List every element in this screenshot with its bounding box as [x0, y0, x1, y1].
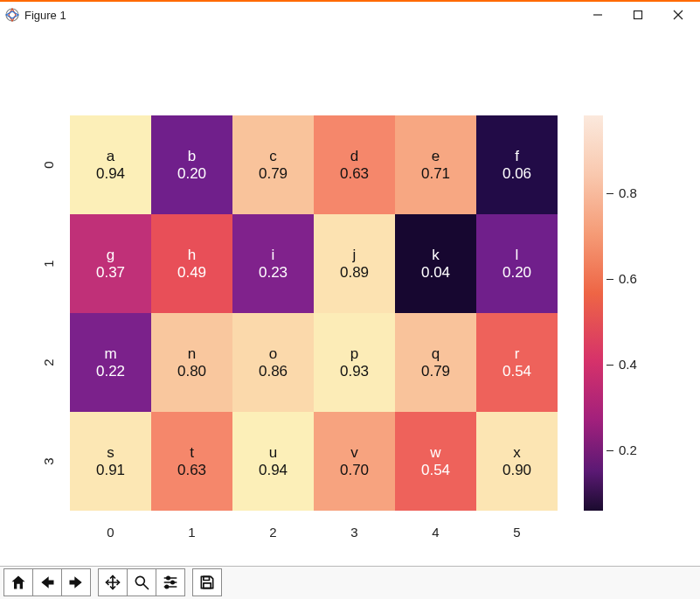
- cell-value: 0.63: [340, 165, 369, 183]
- svg-line-8: [144, 585, 149, 589]
- heatmap-cell: w0.54: [395, 412, 476, 511]
- cell-value: 0.94: [96, 165, 125, 183]
- heatmap-cell: h0.49: [151, 214, 232, 313]
- heatmap-cell: x0.90: [476, 412, 558, 511]
- cell-label: b: [188, 148, 196, 165]
- heatmap-cell: d0.63: [314, 115, 395, 214]
- cell-value: 0.22: [96, 363, 125, 380]
- cell-label: s: [107, 444, 114, 462]
- cell-value: 0.23: [259, 264, 288, 282]
- heatmap-cell: c0.79: [232, 115, 314, 214]
- cell-label: a: [107, 148, 114, 165]
- cell-label: n: [188, 345, 196, 363]
- y-tick: 3: [41, 449, 56, 475]
- heatmap-cell: b0.20: [151, 115, 232, 214]
- cell-value: 0.54: [421, 462, 450, 479]
- cell-value: 0.93: [340, 363, 369, 380]
- cell-label: j: [353, 247, 357, 264]
- figure-canvas[interactable]: 0 1 2 3 a0.94b0.20c0.79d0.63e0.71f0.06g0…: [0, 28, 700, 566]
- x-tick: 5: [476, 525, 558, 540]
- y-tick: 0: [41, 152, 56, 178]
- cell-label: r: [515, 345, 520, 363]
- cell-label: q: [432, 345, 440, 363]
- cell-label: p: [350, 345, 358, 363]
- close-button[interactable]: [658, 2, 698, 28]
- cell-value: 0.54: [502, 363, 531, 380]
- back-button[interactable]: [32, 568, 62, 596]
- heatmap-cell: f0.06: [476, 115, 558, 214]
- heatmap-cell: u0.94: [232, 412, 314, 511]
- heatmap-cell: g0.37: [70, 214, 151, 313]
- x-tick: 0: [70, 525, 151, 540]
- cell-label: g: [107, 247, 114, 264]
- cell-value: 0.79: [421, 363, 450, 380]
- nav-toolbar: [0, 566, 700, 599]
- heatmap-plot: 0 1 2 3 a0.94b0.20c0.79d0.63e0.71f0.06g0…: [52, 98, 664, 553]
- x-tick: 4: [395, 525, 476, 540]
- heatmap-cell: m0.22: [70, 313, 151, 412]
- x-tick: 2: [232, 525, 314, 540]
- x-tick: 1: [151, 525, 232, 540]
- cell-label: x: [513, 444, 521, 462]
- cell-value: 0.91: [96, 462, 125, 479]
- cell-value: 0.70: [340, 462, 369, 479]
- cell-label: w: [430, 444, 440, 462]
- minimize-button[interactable]: [578, 2, 618, 28]
- cell-value: 0.79: [259, 165, 288, 183]
- heatmap-cell: q0.79: [395, 313, 476, 412]
- heatmap-cell: j0.89: [314, 214, 395, 313]
- titlebar: Figure 1: [0, 2, 700, 28]
- app-icon: [5, 8, 19, 22]
- cell-label: f: [515, 148, 519, 165]
- cell-value: 0.20: [177, 165, 206, 183]
- cell-value: 0.89: [340, 264, 369, 282]
- cell-value: 0.86: [259, 363, 288, 380]
- forward-button[interactable]: [61, 568, 91, 596]
- heatmap-cell: i0.23: [232, 214, 314, 313]
- heatmap-cell: s0.91: [70, 412, 151, 511]
- window-frame: Figure 1 0 1 2 3 a0.94b0.20c0.79d0.63e0.…: [0, 0, 700, 599]
- save-button[interactable]: [192, 568, 222, 596]
- heatmap-cell: a0.94: [70, 115, 151, 214]
- cell-label: c: [269, 148, 277, 165]
- cell-label: l: [516, 247, 519, 264]
- zoom-button[interactable]: [127, 568, 156, 596]
- y-tick: 2: [41, 350, 56, 376]
- configure-subplots-button[interactable]: [156, 568, 185, 596]
- heatmap-cell: k0.04: [395, 214, 476, 313]
- cell-value: 0.71: [421, 165, 450, 183]
- window-title: Figure 1: [24, 9, 66, 22]
- cell-label: h: [188, 247, 196, 264]
- heatmap-cell: t0.63: [151, 412, 232, 511]
- colorbar-tick: 0.4: [606, 357, 637, 372]
- cell-value: 0.49: [177, 264, 206, 282]
- cell-label: o: [269, 345, 277, 363]
- heatmap-cell: e0.71: [395, 115, 476, 214]
- colorbar-tick: 0.2: [606, 442, 637, 457]
- cell-value: 0.90: [502, 462, 531, 479]
- cell-value: 0.06: [502, 165, 531, 183]
- heatmap-cell: r0.54: [476, 313, 558, 412]
- heatmap-cell: v0.70: [314, 412, 395, 511]
- cell-label: d: [350, 148, 358, 165]
- x-tick: 3: [314, 525, 395, 540]
- cell-label: m: [104, 345, 116, 363]
- maximize-button[interactable]: [618, 2, 658, 28]
- svg-point-7: [135, 576, 144, 585]
- heatmap-cell: o0.86: [232, 313, 314, 412]
- cell-value: 0.94: [259, 462, 288, 479]
- pan-button[interactable]: [98, 568, 128, 596]
- cell-value: 0.80: [177, 363, 206, 380]
- cell-label: u: [269, 444, 277, 462]
- cell-label: i: [272, 247, 275, 264]
- cell-value: 0.04: [421, 264, 450, 282]
- cell-label: v: [350, 444, 358, 462]
- heatmap-cell: p0.93: [314, 313, 395, 412]
- svg-point-14: [165, 585, 168, 588]
- heatmap-cell: n0.80: [151, 313, 232, 412]
- svg-point-0: [6, 9, 18, 21]
- home-button[interactable]: [3, 568, 33, 596]
- svg-rect-2: [634, 11, 642, 19]
- cell-label: t: [190, 444, 194, 462]
- y-axis-ticks: 0 1 2 3: [35, 115, 61, 511]
